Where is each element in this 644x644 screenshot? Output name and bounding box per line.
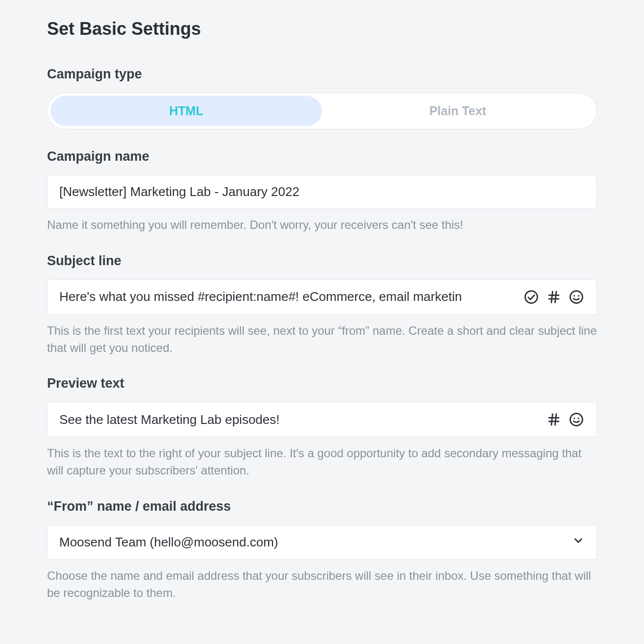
subject-line-input-wrap [47,279,597,315]
svg-point-12 [570,414,583,426]
preview-text-group: Preview text This is the te [47,376,597,479]
campaign-name-help: Name it something you will remember. Don… [47,217,597,234]
svg-point-6 [573,295,575,297]
svg-point-13 [573,418,575,419]
hash-icon[interactable] [545,411,562,428]
svg-line-10 [551,414,553,425]
campaign-type-group: Campaign type HTML Plain Text [47,67,597,129]
preview-text-input-wrap [47,402,597,437]
preview-text-input[interactable] [59,412,540,427]
emoji-icon[interactable] [568,411,585,428]
check-circle-icon[interactable] [523,289,540,305]
subject-line-group: Subject line [47,253,597,357]
hash-icon[interactable] [545,289,562,305]
chevron-down-icon [572,534,585,550]
preview-text-help: This is the text to the right of your su… [47,445,597,479]
campaign-type-html[interactable]: HTML [50,96,322,126]
svg-line-11 [555,414,557,425]
svg-line-3 [551,292,553,303]
page-title: Set Basic Settings [47,19,597,39]
campaign-name-input-wrap [47,175,597,209]
campaign-type-plain[interactable]: Plain Text [322,96,594,126]
svg-point-7 [578,295,579,297]
campaign-name-label: Campaign name [47,149,597,164]
subject-line-label: Subject line [47,253,597,269]
svg-point-0 [525,291,538,303]
from-group: “From” name / email address Moosend Team… [47,499,597,602]
campaign-type-segmented: HTML Plain Text [47,93,597,129]
from-select[interactable]: Moosend Team (hello@moosend.com) [47,525,597,560]
campaign-name-input[interactable] [59,184,585,199]
subject-line-input[interactable] [59,289,517,304]
preview-text-label: Preview text [47,376,597,391]
subject-line-help: This is the first text your recipients w… [47,322,597,357]
campaign-name-group: Campaign name Name it something you will… [47,149,597,234]
campaign-type-label: Campaign type [47,67,597,82]
from-label: “From” name / email address [47,499,597,514]
emoji-icon[interactable] [568,289,585,305]
svg-line-4 [555,292,557,303]
svg-point-5 [570,291,583,303]
from-value: Moosend Team (hello@moosend.com) [59,535,278,550]
from-help: Choose the name and email address that y… [47,568,597,602]
svg-point-14 [578,418,579,419]
